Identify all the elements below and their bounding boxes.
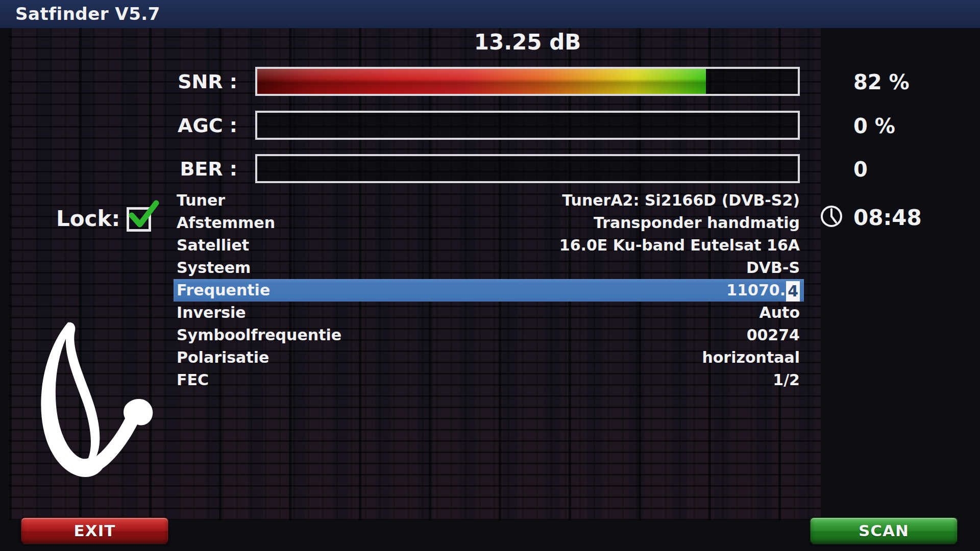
frequency-value-main: 11070. xyxy=(726,281,786,299)
row-value: 1/2 xyxy=(773,369,804,391)
agc-value: 0 % xyxy=(853,114,895,138)
snr-value: 82 % xyxy=(853,70,910,94)
row-label: Frequentie xyxy=(174,279,270,302)
snr-meter xyxy=(255,67,800,96)
scan-button-label: SCAN xyxy=(859,521,909,540)
row-label: Afstemmen xyxy=(174,212,275,234)
row-label: Polarisatie xyxy=(174,346,269,369)
table-row-fec[interactable]: FEC 1/2 xyxy=(174,369,804,391)
agc-label: AGC : xyxy=(117,114,237,137)
clock-icon xyxy=(820,205,843,228)
clock-time: 08:48 xyxy=(853,205,922,230)
table-row-symboolfrequentie[interactable]: Symboolfrequentie 00274 xyxy=(174,324,804,346)
lock-label: Lock: xyxy=(56,206,120,231)
exit-button[interactable]: EXIT xyxy=(20,517,169,544)
title-bar: Satfinder V5.7 xyxy=(0,0,980,28)
vu-plus-swoosh-logo xyxy=(28,317,156,481)
row-label: Satelliet xyxy=(174,234,249,257)
table-row-systeem[interactable]: Systeem DVB-S xyxy=(174,257,804,279)
frequency-edit-cursor: 4 xyxy=(786,281,800,302)
ber-value: 0 xyxy=(853,158,868,181)
row-value: Transponder handmatig xyxy=(594,212,804,234)
frequency-edit-value[interactable]: 11070.4 xyxy=(726,279,804,302)
row-value: 00274 xyxy=(747,324,804,346)
row-value: TunerA2: Si2166D (DVB-S2) xyxy=(562,189,804,212)
row-value: Auto xyxy=(759,302,804,324)
row-label: Tuner xyxy=(174,189,225,212)
row-value: DVB-S xyxy=(746,257,804,279)
exit-button-label: EXIT xyxy=(74,521,116,540)
table-row-satelliet[interactable]: Satelliet 16.0E Ku-band Eutelsat 16A xyxy=(174,234,804,257)
scan-button[interactable]: SCAN xyxy=(810,517,958,544)
table-row-afstemmen[interactable]: Afstemmen Transponder handmatig xyxy=(174,212,804,234)
row-label: Symboolfrequentie xyxy=(174,324,341,346)
table-row-inversie[interactable]: Inversie Auto xyxy=(174,302,804,324)
row-label: Systeem xyxy=(174,257,251,279)
tuning-table: Tuner TunerA2: Si2166D (DVB-S2) Afstemme… xyxy=(174,189,804,391)
agc-meter xyxy=(255,111,800,140)
row-label: Inversie xyxy=(174,302,246,324)
page-title: Satfinder V5.7 xyxy=(15,4,160,24)
table-row-polarisatie[interactable]: Polarisatie horizontaal xyxy=(174,346,804,369)
ber-meter xyxy=(255,154,800,183)
snr-db-readout: 13.25 dB xyxy=(255,30,800,55)
row-label: FEC xyxy=(174,369,209,391)
row-value: horizontaal xyxy=(702,346,804,369)
snr-label: SNR : xyxy=(117,70,237,93)
checkbox-checked-icon xyxy=(128,200,159,231)
table-row-tuner[interactable]: Tuner TunerA2: Si2166D (DVB-S2) xyxy=(174,189,804,212)
row-value: 16.0E Ku-band Eutelsat 16A xyxy=(559,234,804,257)
ber-label: BER : xyxy=(117,158,237,180)
snr-meter-fill xyxy=(257,69,706,94)
table-row-frequentie-selected[interactable]: Frequentie 11070.4 xyxy=(174,279,804,302)
satfinder-screen: Satfinder V5.7 13.25 dB SNR : 82 % AGC :… xyxy=(0,0,980,551)
